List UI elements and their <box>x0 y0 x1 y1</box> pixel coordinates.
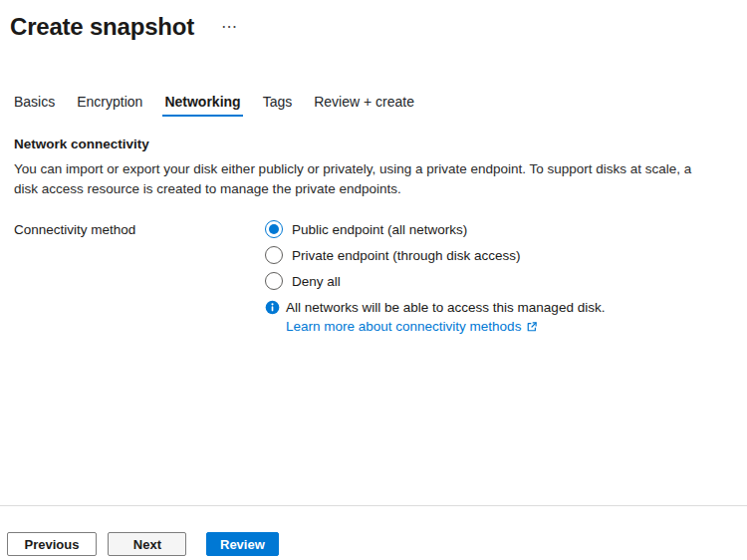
tab-encryption[interactable]: Encryption <box>75 94 144 117</box>
info-icon <box>265 299 280 335</box>
tab-tags[interactable]: Tags <box>261 94 295 117</box>
tab-basics[interactable]: Basics <box>12 94 57 117</box>
radio-option-label: Public endpoint (all networks) <box>292 222 467 237</box>
page-title: Create snapshot <box>10 12 194 42</box>
radio-option-public-endpoint[interactable]: Public endpoint (all networks) <box>265 220 521 238</box>
external-link-icon <box>526 321 538 333</box>
section-description: You can import or export your disk eithe… <box>14 159 703 199</box>
info-message-block: All networks will be able to access this… <box>265 299 747 335</box>
connectivity-method-label: Connectivity method <box>14 220 265 237</box>
page-header: Create snapshot ⋯ <box>0 0 747 42</box>
next-button[interactable]: Next <box>108 532 186 556</box>
radio-option-label: Deny all <box>292 274 341 289</box>
tab-networking[interactable]: Networking <box>162 94 242 117</box>
previous-button[interactable]: Previous <box>7 532 97 556</box>
radio-option-label: Private endpoint (through disk access) <box>292 248 521 263</box>
learn-more-link[interactable]: Learn more about connectivity methods <box>286 318 538 335</box>
tab-review-create[interactable]: Review + create <box>312 94 416 117</box>
more-options-button[interactable]: ⋯ <box>217 17 242 37</box>
ellipsis-icon: ⋯ <box>221 18 238 35</box>
learn-more-link-label: Learn more about connectivity methods <box>286 318 521 335</box>
radio-button-icon[interactable] <box>265 220 283 238</box>
radio-option-private-endpoint[interactable]: Private endpoint (through disk access) <box>265 246 521 264</box>
section-heading: Network connectivity <box>14 136 747 152</box>
connectivity-method-radio-group: Public endpoint (all networks) Private e… <box>265 220 521 290</box>
connectivity-method-row: Connectivity method Public endpoint (all… <box>14 220 747 290</box>
review-button[interactable]: Review <box>206 532 279 556</box>
wizard-footer: Previous Next Review <box>0 505 747 560</box>
radio-button-icon[interactable] <box>265 246 283 264</box>
info-message-text: All networks will be able to access this… <box>286 299 605 316</box>
radio-button-icon[interactable] <box>265 272 283 290</box>
radio-option-deny-all[interactable]: Deny all <box>265 272 521 290</box>
wizard-tabs: Basics Encryption Networking Tags Review… <box>12 94 747 117</box>
